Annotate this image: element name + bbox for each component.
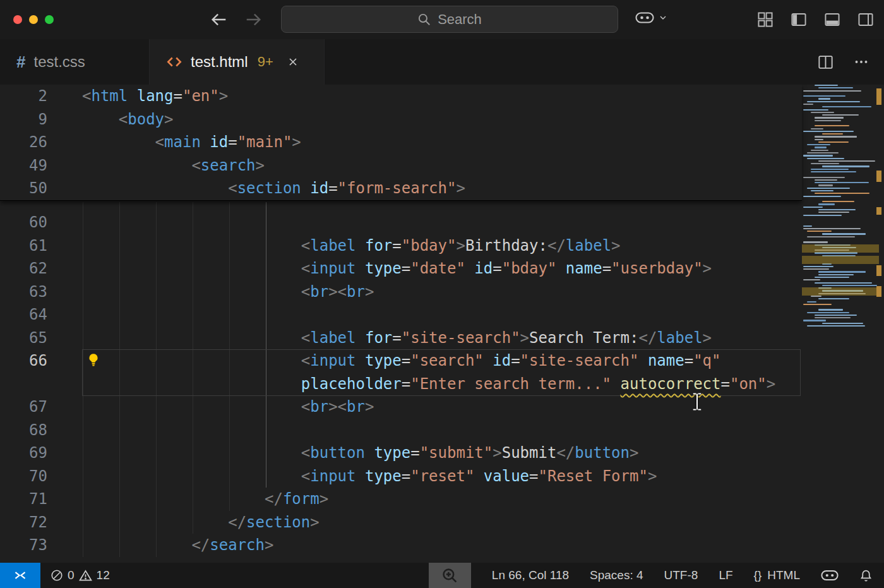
minimap-line <box>815 120 841 121</box>
eol-status[interactable]: LF <box>719 568 732 582</box>
minimap-line <box>822 106 871 107</box>
encoding-status[interactable]: UTF-8 <box>664 568 698 582</box>
remote-indicator[interactable] <box>0 563 40 588</box>
minimap-line <box>803 225 812 227</box>
minimap-line <box>811 296 821 297</box>
minimap-warning-highlight <box>802 287 879 296</box>
line-number: 73 <box>0 534 47 557</box>
zoom-indicator[interactable] <box>429 563 471 588</box>
zoom-icon <box>441 567 458 584</box>
sidebar-left-icon <box>791 11 807 28</box>
overview-warning-mark <box>876 265 881 276</box>
toggle-primary-sidebar-button[interactable] <box>791 11 807 28</box>
minimap-line <box>803 215 842 216</box>
line-number: 70 <box>0 465 47 488</box>
minimap-line <box>815 193 869 194</box>
error-count: 0 <box>68 568 75 582</box>
line-number: 64 <box>0 303 47 327</box>
toggle-panel-button[interactable] <box>824 11 840 28</box>
minimap-line <box>803 241 828 243</box>
tab-test-css[interactable]: # test.css <box>0 39 150 85</box>
minimap-line <box>811 150 828 151</box>
overview-warning-mark <box>876 171 881 182</box>
code-line-72: 72 </section> <box>0 511 802 534</box>
code-line-71: 71 </form> <box>0 488 802 511</box>
maximize-window-button[interactable] <box>45 15 54 24</box>
editor-actions <box>818 39 884 85</box>
minimap-line <box>822 306 837 308</box>
more-actions-button[interactable] <box>854 54 869 69</box>
copilot-status-icon[interactable] <box>821 569 839 582</box>
minimize-window-button[interactable] <box>29 15 38 24</box>
warning-icon <box>79 569 92 582</box>
split-editor-button[interactable] <box>818 54 833 70</box>
layout-grid-icon <box>757 11 774 28</box>
minimap-line <box>818 87 853 88</box>
command-center-search[interactable]: Search <box>281 6 618 33</box>
tab-test-html[interactable]: test.html 9+ <box>150 39 325 85</box>
minimap-line <box>803 266 833 267</box>
minimap-line <box>818 222 849 224</box>
close-tab-button[interactable] <box>287 56 299 68</box>
mouse-cursor <box>692 393 702 411</box>
minimap-line <box>815 317 851 318</box>
indentation-status[interactable]: Spaces: 4 <box>590 568 643 582</box>
arrow-right-icon <box>244 10 263 29</box>
notifications-bell-icon[interactable] <box>859 569 873 582</box>
minimap-line <box>822 93 834 94</box>
line-number: 60 <box>0 211 47 234</box>
ellipsis-icon <box>854 54 869 69</box>
line-number: 63 <box>0 280 47 304</box>
minimap-line <box>811 112 834 113</box>
copilot-menu[interactable] <box>635 11 668 25</box>
line-text: </form> <box>82 488 802 511</box>
line-number: 62 <box>0 257 47 280</box>
line-text: <label for="site-search">Search Term:</l… <box>82 327 802 350</box>
line-number: 72 <box>0 511 47 534</box>
problems-status[interactable]: 0 12 <box>51 568 110 582</box>
minimap-line <box>815 136 857 137</box>
nav-forward-button[interactable] <box>244 10 264 29</box>
customize-layout-button[interactable] <box>757 11 774 28</box>
minimap-line <box>815 217 830 219</box>
minimap-line <box>815 198 861 200</box>
editor[interactable]: 6061 <label for="bday">Birthday:</label>… <box>0 85 884 563</box>
toggle-secondary-sidebar-button[interactable] <box>857 11 874 28</box>
panel-bottom-icon <box>824 11 840 28</box>
minimap-line <box>818 309 843 310</box>
minimap-line <box>807 101 860 102</box>
line-text: <search> <box>82 154 802 177</box>
line-number: 50 <box>0 177 47 200</box>
minimap-line <box>803 196 841 197</box>
minimap-line <box>803 109 828 111</box>
html-file-icon <box>166 54 182 70</box>
search-icon <box>417 13 431 27</box>
code-line-61: 61 <label for="bday">Birthday:</label> <box>0 234 802 258</box>
minimap-line <box>822 133 843 135</box>
cursor-position[interactable]: Ln 66, Col 118 <box>492 568 569 582</box>
minimap-line <box>803 320 826 321</box>
minimap-line <box>815 147 827 148</box>
lightbulb-icon[interactable] <box>86 352 101 368</box>
nav-back-button[interactable] <box>210 10 230 29</box>
arrow-left-icon <box>210 10 229 29</box>
line-text: placeholder="Enter search term..." autoc… <box>82 373 802 396</box>
line-text: <body> <box>82 108 802 131</box>
close-window-button[interactable] <box>13 15 22 24</box>
minimap-line <box>815 85 838 86</box>
split-editor-icon <box>818 54 833 70</box>
code-line-63: 63 <br><br> <box>0 280 802 304</box>
code-line-70: 70 <input type="reset" value="Reset Form… <box>0 465 802 488</box>
css-file-icon: # <box>16 52 25 72</box>
minimap[interactable] <box>802 85 879 337</box>
minimap-line <box>822 233 866 234</box>
sticky-line-2: 2<html lang="en"> <box>0 85 802 108</box>
minimap-line <box>803 95 845 97</box>
minimap-line <box>815 139 823 140</box>
code-area[interactable]: 6061 <label for="bday">Birthday:</label>… <box>0 211 802 557</box>
minimap-line <box>818 141 849 143</box>
line-number: 71 <box>0 488 47 511</box>
language-mode[interactable]: {} HTML <box>754 568 800 582</box>
line-number: 68 <box>0 419 47 442</box>
minimap-line <box>803 207 823 208</box>
